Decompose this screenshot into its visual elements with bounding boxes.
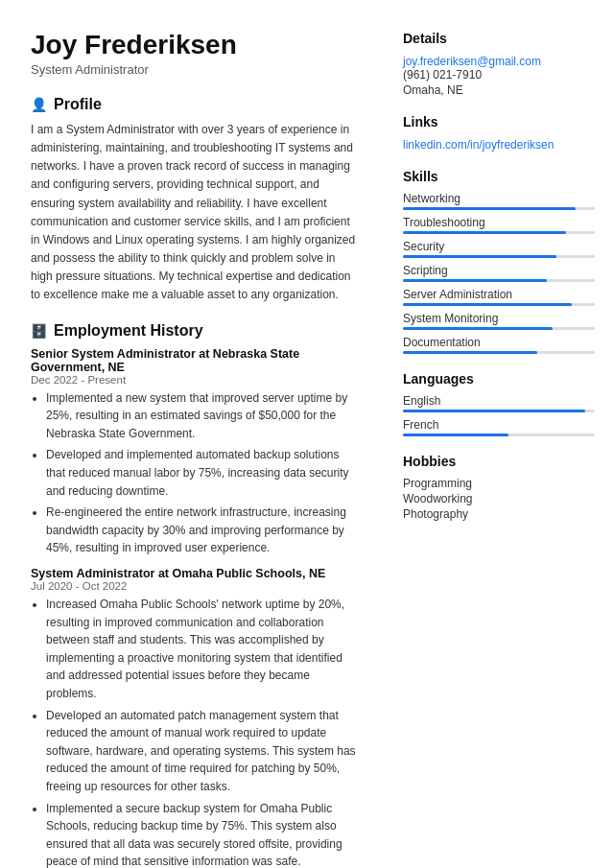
job-date: Jul 2020 - Oct 2022 <box>31 580 357 592</box>
languages-section: Languages EnglishFrench <box>403 371 595 436</box>
skill-name: Documentation <box>403 336 595 349</box>
skill-name: Security <box>403 240 595 253</box>
language-name: French <box>403 418 595 432</box>
job-list: Senior System Administrator at Nebraska … <box>31 347 357 868</box>
job-bullets: Implemented a new system that improved s… <box>31 389 357 557</box>
job-bullet: Re-engineered the entire network infrast… <box>46 504 357 557</box>
skill-item: System Monitoring <box>403 312 595 330</box>
language-bar-fill <box>403 434 508 436</box>
skill-bar-bg <box>403 207 595 210</box>
skill-item: Server Administration <box>403 288 595 306</box>
language-bar-fill <box>403 410 585 412</box>
skill-item: Documentation <box>403 336 595 354</box>
job-bullet: Developed an automated patch management … <box>46 707 357 796</box>
skill-item: Troubleshooting <box>403 216 595 234</box>
employment-section-title: 🗄️ Employment History <box>31 322 357 340</box>
skill-bar-fill <box>403 207 576 210</box>
links-section: Links linkedin.com/in/joyfrederiksen <box>403 114 595 152</box>
phone-number: (961) 021-7910 <box>403 68 595 82</box>
skills-list: NetworkingTroubleshootingSecurityScripti… <box>403 192 595 354</box>
profile-section: 👤 Profile I am a System Administrator wi… <box>31 96 357 305</box>
skill-bar-bg <box>403 231 595 234</box>
skill-name: Scripting <box>403 264 595 277</box>
job-bullets: Increased Omaha Public Schools' network … <box>31 596 357 868</box>
job-item: Senior System Administrator at Nebraska … <box>31 347 357 557</box>
candidate-name: Joy Frederiksen <box>31 31 357 60</box>
profile-section-title: 👤 Profile <box>31 96 357 113</box>
links-section-title: Links <box>403 114 595 129</box>
skill-name: Networking <box>403 192 595 205</box>
skill-bar-bg <box>403 279 595 282</box>
skill-bar-fill <box>403 351 537 354</box>
employment-section: 🗄️ Employment History Senior System Admi… <box>31 322 357 868</box>
hobbies-list: ProgrammingWoodworkingPhotography <box>403 477 595 521</box>
profile-text: I am a System Administrator with over 3 … <box>31 121 357 305</box>
job-title: System Administrator at Omaha Public Sch… <box>31 567 357 580</box>
hobbies-section: Hobbies ProgrammingWoodworkingPhotograph… <box>403 454 595 521</box>
skill-bar-fill <box>403 327 553 330</box>
skill-name: Troubleshooting <box>403 216 595 229</box>
hobby-item: Woodworking <box>403 492 595 505</box>
skill-name: System Monitoring <box>403 312 595 325</box>
job-bullet: Developed and implemented automated back… <box>46 446 357 500</box>
email-link[interactable]: joy.frederiksen@gmail.com <box>403 55 541 68</box>
job-item: System Administrator at Omaha Public Sch… <box>31 567 357 868</box>
job-bullet: Implemented a new system that improved s… <box>46 389 357 443</box>
skill-bar-fill <box>403 231 566 234</box>
header: Joy Frederiksen System Administrator <box>31 31 357 77</box>
skill-name: Server Administration <box>403 288 595 301</box>
profile-icon: 👤 <box>31 97 47 112</box>
hobby-item: Photography <box>403 507 595 521</box>
details-section: Details joy.frederiksen@gmail.com (961) … <box>403 31 595 97</box>
employment-icon: 🗄️ <box>31 323 47 339</box>
skill-item: Networking <box>403 192 595 210</box>
links-list: linkedin.com/in/joyfrederiksen <box>403 137 595 152</box>
location: Omaha, NE <box>403 83 595 97</box>
language-item: French <box>403 418 595 436</box>
job-date: Dec 2022 - Present <box>31 374 357 386</box>
job-title: Senior System Administrator at Nebraska … <box>31 347 357 374</box>
skill-bar-bg <box>403 303 595 306</box>
details-section-title: Details <box>403 31 595 46</box>
language-bar-bg <box>403 410 595 412</box>
skill-bar-bg <box>403 351 595 354</box>
skill-bar-fill <box>403 303 572 306</box>
language-bar-bg <box>403 434 595 436</box>
language-name: English <box>403 394 595 408</box>
skill-bar-fill <box>403 255 556 258</box>
skill-bar-fill <box>403 279 547 282</box>
linkedin-link[interactable]: linkedin.com/in/joyfrederiksen <box>403 138 554 152</box>
skill-bar-bg <box>403 255 595 258</box>
hobbies-section-title: Hobbies <box>403 454 595 469</box>
skill-item: Scripting <box>403 264 595 282</box>
hobby-item: Programming <box>403 477 595 490</box>
skill-item: Security <box>403 240 595 258</box>
skills-section: Skills NetworkingTroubleshootingSecurity… <box>403 169 595 354</box>
languages-section-title: Languages <box>403 371 595 387</box>
language-item: English <box>403 394 595 412</box>
skill-bar-bg <box>403 327 595 330</box>
languages-list: EnglishFrench <box>403 394 595 436</box>
job-bullet: Implemented a secure backup system for O… <box>46 800 357 868</box>
job-bullet: Increased Omaha Public Schools' network … <box>46 596 357 703</box>
skills-section-title: Skills <box>403 169 595 184</box>
candidate-title: System Administrator <box>31 62 357 77</box>
